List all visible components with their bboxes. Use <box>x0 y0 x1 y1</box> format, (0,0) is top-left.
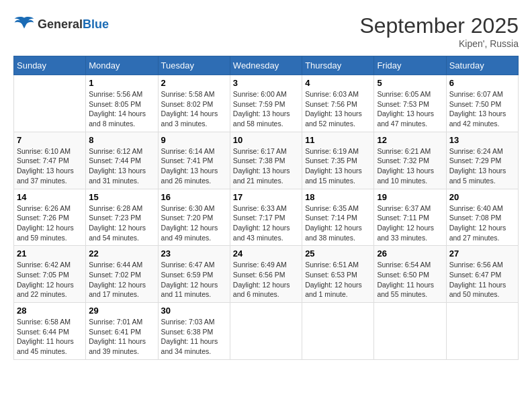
location: Kipen', Russia <box>359 38 519 49</box>
calendar-cell: 24Sunrise: 6:49 AM Sunset: 6:56 PM Dayli… <box>230 246 302 303</box>
calendar-cell: 15Sunrise: 6:28 AM Sunset: 7:23 PM Dayli… <box>86 189 158 246</box>
calendar-cell: 26Sunrise: 6:54 AM Sunset: 6:50 PM Dayli… <box>374 246 446 303</box>
calendar-week-row: 1Sunrise: 5:56 AM Sunset: 8:05 PM Daylig… <box>14 75 519 132</box>
title-block: September 2025 Kipen', Russia <box>359 13 519 49</box>
day-number: 1 <box>89 78 154 88</box>
day-number: 29 <box>89 306 154 316</box>
day-info: Sunrise: 6:24 AM Sunset: 7:29 PM Dayligh… <box>449 146 515 186</box>
day-info: Sunrise: 6:26 AM Sunset: 7:26 PM Dayligh… <box>17 203 83 243</box>
weekday-header: Monday <box>86 56 158 75</box>
weekday-header: Saturday <box>446 56 518 75</box>
calendar-cell: 13Sunrise: 6:24 AM Sunset: 7:29 PM Dayli… <box>446 132 518 189</box>
day-info: Sunrise: 6:47 AM Sunset: 6:59 PM Dayligh… <box>161 260 227 300</box>
day-info: Sunrise: 6:17 AM Sunset: 7:38 PM Dayligh… <box>233 146 299 186</box>
calendar-cell: 29Sunrise: 7:01 AM Sunset: 6:41 PM Dayli… <box>86 303 158 360</box>
day-info: Sunrise: 6:40 AM Sunset: 7:08 PM Dayligh… <box>449 203 515 243</box>
calendar-week-row: 14Sunrise: 6:26 AM Sunset: 7:26 PM Dayli… <box>14 189 519 246</box>
logo: GeneralBlue <box>13 13 109 35</box>
calendar-cell <box>302 303 374 360</box>
weekday-header: Tuesday <box>158 56 230 75</box>
day-number: 19 <box>377 192 443 202</box>
day-number: 30 <box>161 306 227 316</box>
calendar-week-row: 21Sunrise: 6:42 AM Sunset: 7:05 PM Dayli… <box>14 246 519 303</box>
calendar-cell <box>446 303 518 360</box>
day-info: Sunrise: 5:56 AM Sunset: 8:05 PM Dayligh… <box>89 89 154 129</box>
day-info: Sunrise: 6:05 AM Sunset: 7:53 PM Dayligh… <box>377 89 443 129</box>
day-number: 26 <box>377 248 443 259</box>
day-number: 22 <box>89 248 154 259</box>
day-number: 3 <box>233 78 299 88</box>
calendar-cell: 8Sunrise: 6:12 AM Sunset: 7:44 PM Daylig… <box>86 132 158 189</box>
day-number: 7 <box>17 135 83 145</box>
day-number: 11 <box>305 135 371 145</box>
day-number: 5 <box>377 78 443 88</box>
day-number: 8 <box>89 135 154 145</box>
day-info: Sunrise: 6:49 AM Sunset: 6:56 PM Dayligh… <box>233 260 299 300</box>
day-info: Sunrise: 6:12 AM Sunset: 7:44 PM Dayligh… <box>89 146 154 186</box>
day-number: 14 <box>17 192 83 202</box>
calendar-cell: 3Sunrise: 6:00 AM Sunset: 7:59 PM Daylig… <box>230 75 302 132</box>
calendar-cell: 21Sunrise: 6:42 AM Sunset: 7:05 PM Dayli… <box>14 246 86 303</box>
page-header: GeneralBlue September 2025 Kipen', Russi… <box>13 13 519 49</box>
logo-text-blue: Blue <box>83 17 109 31</box>
day-info: Sunrise: 5:58 AM Sunset: 8:02 PM Dayligh… <box>161 89 227 129</box>
calendar-cell <box>14 75 86 132</box>
calendar-header-row: SundayMondayTuesdayWednesdayThursdayFrid… <box>14 56 519 75</box>
day-number: 10 <box>233 135 299 145</box>
day-number: 13 <box>449 135 515 145</box>
calendar-cell: 4Sunrise: 6:03 AM Sunset: 7:56 PM Daylig… <box>302 75 374 132</box>
day-info: Sunrise: 7:03 AM Sunset: 6:38 PM Dayligh… <box>161 317 227 357</box>
calendar: SundayMondayTuesdayWednesdayThursdayFrid… <box>13 56 519 360</box>
calendar-cell: 10Sunrise: 6:17 AM Sunset: 7:38 PM Dayli… <box>230 132 302 189</box>
day-info: Sunrise: 6:37 AM Sunset: 7:11 PM Dayligh… <box>377 203 443 243</box>
day-info: Sunrise: 6:28 AM Sunset: 7:23 PM Dayligh… <box>89 203 154 243</box>
calendar-cell: 1Sunrise: 5:56 AM Sunset: 8:05 PM Daylig… <box>86 75 158 132</box>
day-info: Sunrise: 7:01 AM Sunset: 6:41 PM Dayligh… <box>89 317 154 357</box>
calendar-cell: 28Sunrise: 6:58 AM Sunset: 6:44 PM Dayli… <box>14 303 86 360</box>
day-number: 27 <box>449 248 515 259</box>
day-number: 2 <box>161 78 227 88</box>
calendar-cell: 23Sunrise: 6:47 AM Sunset: 6:59 PM Dayli… <box>158 246 230 303</box>
day-number: 28 <box>17 306 83 316</box>
calendar-cell: 6Sunrise: 6:07 AM Sunset: 7:50 PM Daylig… <box>446 75 518 132</box>
day-number: 23 <box>161 248 227 259</box>
weekday-header: Friday <box>374 56 446 75</box>
calendar-cell: 14Sunrise: 6:26 AM Sunset: 7:26 PM Dayli… <box>14 189 86 246</box>
day-number: 6 <box>449 78 515 88</box>
day-info: Sunrise: 6:35 AM Sunset: 7:14 PM Dayligh… <box>305 203 371 243</box>
calendar-cell: 7Sunrise: 6:10 AM Sunset: 7:47 PM Daylig… <box>14 132 86 189</box>
calendar-cell: 9Sunrise: 6:14 AM Sunset: 7:41 PM Daylig… <box>158 132 230 189</box>
day-number: 15 <box>89 192 154 202</box>
calendar-cell: 19Sunrise: 6:37 AM Sunset: 7:11 PM Dayli… <box>374 189 446 246</box>
day-info: Sunrise: 6:21 AM Sunset: 7:32 PM Dayligh… <box>377 146 443 186</box>
weekday-header: Thursday <box>302 56 374 75</box>
day-info: Sunrise: 6:19 AM Sunset: 7:35 PM Dayligh… <box>305 146 371 186</box>
day-info: Sunrise: 6:42 AM Sunset: 7:05 PM Dayligh… <box>17 260 83 300</box>
day-info: Sunrise: 6:00 AM Sunset: 7:59 PM Dayligh… <box>233 89 299 129</box>
weekday-header: Wednesday <box>230 56 302 75</box>
day-info: Sunrise: 6:10 AM Sunset: 7:47 PM Dayligh… <box>17 146 83 186</box>
calendar-cell: 27Sunrise: 6:56 AM Sunset: 6:47 PM Dayli… <box>446 246 518 303</box>
day-number: 12 <box>377 135 443 145</box>
calendar-cell: 30Sunrise: 7:03 AM Sunset: 6:38 PM Dayli… <box>158 303 230 360</box>
logo-text-general: General <box>38 17 83 31</box>
calendar-cell: 2Sunrise: 5:58 AM Sunset: 8:02 PM Daylig… <box>158 75 230 132</box>
calendar-week-row: 28Sunrise: 6:58 AM Sunset: 6:44 PM Dayli… <box>14 303 519 360</box>
day-number: 17 <box>233 192 299 202</box>
weekday-header: Sunday <box>14 56 86 75</box>
day-info: Sunrise: 6:33 AM Sunset: 7:17 PM Dayligh… <box>233 203 299 243</box>
logo-icon <box>13 13 35 35</box>
calendar-cell: 22Sunrise: 6:44 AM Sunset: 7:02 PM Dayli… <box>86 246 158 303</box>
calendar-cell: 11Sunrise: 6:19 AM Sunset: 7:35 PM Dayli… <box>302 132 374 189</box>
day-info: Sunrise: 6:14 AM Sunset: 7:41 PM Dayligh… <box>161 146 227 186</box>
calendar-cell: 20Sunrise: 6:40 AM Sunset: 7:08 PM Dayli… <box>446 189 518 246</box>
day-info: Sunrise: 6:30 AM Sunset: 7:20 PM Dayligh… <box>161 203 227 243</box>
day-number: 21 <box>17 248 83 259</box>
day-number: 25 <box>305 248 371 259</box>
month-title: September 2025 <box>359 13 519 38</box>
day-number: 20 <box>449 192 515 202</box>
day-number: 24 <box>233 248 299 259</box>
calendar-cell: 16Sunrise: 6:30 AM Sunset: 7:20 PM Dayli… <box>158 189 230 246</box>
calendar-cell: 12Sunrise: 6:21 AM Sunset: 7:32 PM Dayli… <box>374 132 446 189</box>
calendar-cell: 17Sunrise: 6:33 AM Sunset: 7:17 PM Dayli… <box>230 189 302 246</box>
